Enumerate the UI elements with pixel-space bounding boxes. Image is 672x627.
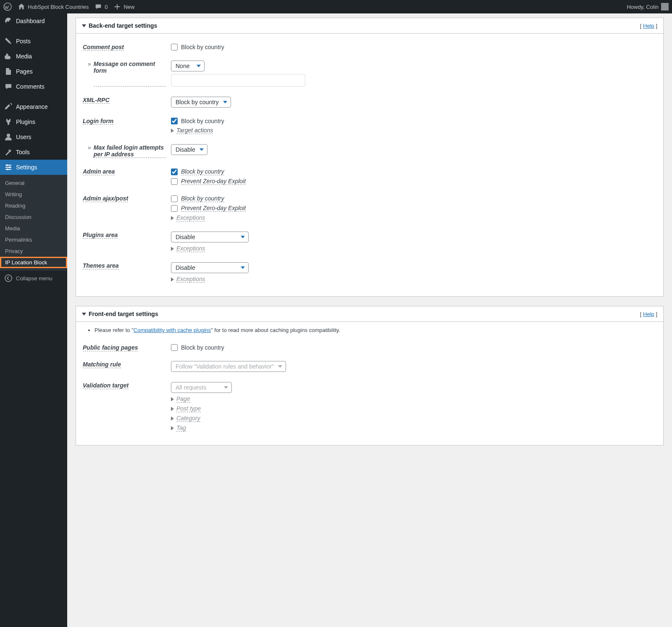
- menu-comments[interactable]: Comments: [0, 79, 67, 94]
- chevron-down-icon: [241, 236, 245, 238]
- backend-panel-head[interactable]: Back-end target settings [ Help ]: [76, 18, 663, 34]
- submenu-general[interactable]: General: [0, 177, 67, 189]
- submenu-media[interactable]: Media: [0, 223, 67, 234]
- menu-dashboard[interactable]: Dashboard: [0, 13, 67, 29]
- message-comment-form-textarea[interactable]: [171, 74, 305, 87]
- menu-settings[interactable]: Settings: [0, 160, 67, 175]
- triangle-right-icon: [171, 397, 174, 401]
- login-form-block-checkbox[interactable]: Block by country: [171, 118, 656, 124]
- matching-rule-select: Follow "Validation rules and behavior": [171, 361, 286, 372]
- validation-page-label: Page: [176, 395, 190, 403]
- validation-tag-toggle[interactable]: Tag: [171, 424, 656, 432]
- admin-area-block-input[interactable]: [171, 169, 178, 175]
- public-facing-block-input[interactable]: [171, 344, 178, 351]
- admin-ajax-exceptions-toggle[interactable]: Exceptions: [171, 214, 656, 221]
- compatibility-link[interactable]: Compatibility with cache plugins: [134, 327, 211, 333]
- frontend-panel-head[interactable]: Front-end target settings [ Help ]: [76, 306, 663, 322]
- chevron-down-icon: [241, 266, 245, 269]
- chevron-down-icon: [278, 365, 282, 368]
- collapse-menu[interactable]: Collapse menu: [0, 271, 67, 286]
- admin-area-zeroday-checkbox[interactable]: Prevent Zero-day Exploit: [171, 178, 656, 185]
- xmlrpc-label: XML-RPC: [83, 97, 110, 104]
- settings-submenu: General Writing Reading Discussion Media…: [0, 175, 67, 271]
- menu-dashboard-label: Dashboard: [16, 18, 45, 24]
- login-form-block-input[interactable]: [171, 118, 178, 124]
- svg-point-6: [9, 166, 10, 168]
- menu-users[interactable]: Users: [0, 129, 67, 145]
- comments-count: 0: [105, 4, 108, 10]
- admin-area-block-label: Block by country: [181, 168, 224, 175]
- wp-logo[interactable]: [3, 3, 12, 11]
- admin-ajax-block-input[interactable]: [171, 195, 178, 202]
- note-post: " for to read more about caching plugins…: [211, 327, 340, 333]
- menu-media[interactable]: Media: [0, 49, 67, 64]
- max-failed-label: Max failed login attempts per IP address: [94, 144, 166, 158]
- triangle-right-icon: [171, 129, 174, 133]
- login-form-label: Login form: [83, 118, 113, 125]
- submenu-privacy[interactable]: Privacy: [0, 245, 67, 257]
- target-actions-toggle[interactable]: Target actions: [171, 127, 656, 134]
- validation-category-toggle[interactable]: Category: [171, 415, 656, 422]
- menu-tools-label: Tools: [16, 149, 30, 155]
- plugins-area-select[interactable]: Disable: [171, 232, 249, 242]
- message-comment-form-select[interactable]: None: [171, 61, 205, 71]
- menu-plugins[interactable]: Plugins: [0, 114, 67, 129]
- comment-post-block-label: Block by country: [181, 44, 224, 50]
- comment-post-block-checkbox[interactable]: Block by country: [171, 44, 656, 50]
- frontend-panel-title: Front-end target settings: [89, 311, 158, 317]
- admin-ajax-zeroday-input[interactable]: [171, 205, 178, 212]
- help-link-frontend-a[interactable]: Help: [643, 311, 654, 317]
- new-content[interactable]: New: [113, 3, 134, 11]
- themes-area-label: Themes area: [83, 262, 119, 269]
- validation-target-select: All requests: [171, 382, 232, 393]
- svg-point-8: [5, 275, 12, 282]
- admin-area-zeroday-input[interactable]: [171, 178, 178, 185]
- max-failed-select[interactable]: Disable: [171, 144, 207, 155]
- validation-page-toggle[interactable]: Page: [171, 395, 656, 403]
- submenu-reading[interactable]: Reading: [0, 200, 67, 211]
- validation-target-label: Validation target: [83, 382, 129, 389]
- menu-posts[interactable]: Posts: [0, 34, 67, 49]
- admin-area-label: Admin area: [83, 168, 115, 175]
- admin-ajax-zeroday-label: Prevent Zero-day Exploit: [181, 205, 246, 212]
- menu-settings-label: Settings: [16, 164, 37, 171]
- svg-point-5: [6, 164, 8, 166]
- admin-ajax-exceptions-label: Exceptions: [176, 214, 205, 221]
- xmlrpc-value: Block by country: [176, 99, 219, 105]
- themes-area-select[interactable]: Disable: [171, 262, 249, 273]
- chevron-down-icon: [223, 101, 227, 103]
- submenu-ip-location-block[interactable]: IP Location Block: [0, 257, 67, 268]
- my-account[interactable]: Howdy, Colin: [627, 3, 669, 11]
- svg-point-7: [7, 169, 8, 170]
- help-link-frontend: [ Help ]: [640, 311, 657, 317]
- menu-appearance[interactable]: Appearance: [0, 99, 67, 114]
- themes-exceptions-toggle[interactable]: Exceptions: [171, 276, 656, 283]
- comments-bubble[interactable]: 0: [94, 3, 108, 11]
- help-link-backend-a[interactable]: Help: [643, 23, 654, 29]
- backend-target-panel: Back-end target settings [ Help ] Commen…: [76, 18, 664, 297]
- admin-ajax-block-checkbox[interactable]: Block by country: [171, 195, 656, 202]
- admin-ajax-label: Admin ajax/post: [83, 195, 128, 202]
- menu-pages[interactable]: Pages: [0, 64, 67, 79]
- xmlrpc-select[interactable]: Block by country: [171, 97, 231, 108]
- menu-comments-label: Comments: [16, 83, 45, 90]
- triangle-right-icon: [171, 416, 174, 421]
- menu-tools[interactable]: Tools: [0, 145, 67, 160]
- site-name[interactable]: HubSpot Block Countries: [18, 3, 89, 11]
- plugins-exceptions-toggle[interactable]: Exceptions: [171, 245, 656, 252]
- validation-post-type-toggle[interactable]: Post type: [171, 405, 656, 412]
- submenu-discussion[interactable]: Discussion: [0, 211, 67, 223]
- triangle-right-icon: [171, 247, 174, 251]
- frontend-note: Please refer to "Compatibility with cach…: [83, 327, 656, 333]
- comment-post-block-input[interactable]: [171, 44, 178, 50]
- admin-ajax-zeroday-checkbox[interactable]: Prevent Zero-day Exploit: [171, 205, 656, 212]
- backend-panel-title: Back-end target settings: [89, 22, 157, 29]
- plugins-exceptions-label: Exceptions: [176, 245, 205, 252]
- svg-point-1: [7, 134, 10, 137]
- submenu-permalinks[interactable]: Permalinks: [0, 234, 67, 245]
- help-link-backend: [ Help ]: [640, 23, 657, 29]
- public-facing-block-checkbox[interactable]: Block by country: [171, 344, 656, 351]
- admin-area-block-checkbox[interactable]: Block by country: [171, 168, 656, 175]
- validation-target-value: All requests: [176, 384, 206, 391]
- submenu-writing[interactable]: Writing: [0, 189, 67, 200]
